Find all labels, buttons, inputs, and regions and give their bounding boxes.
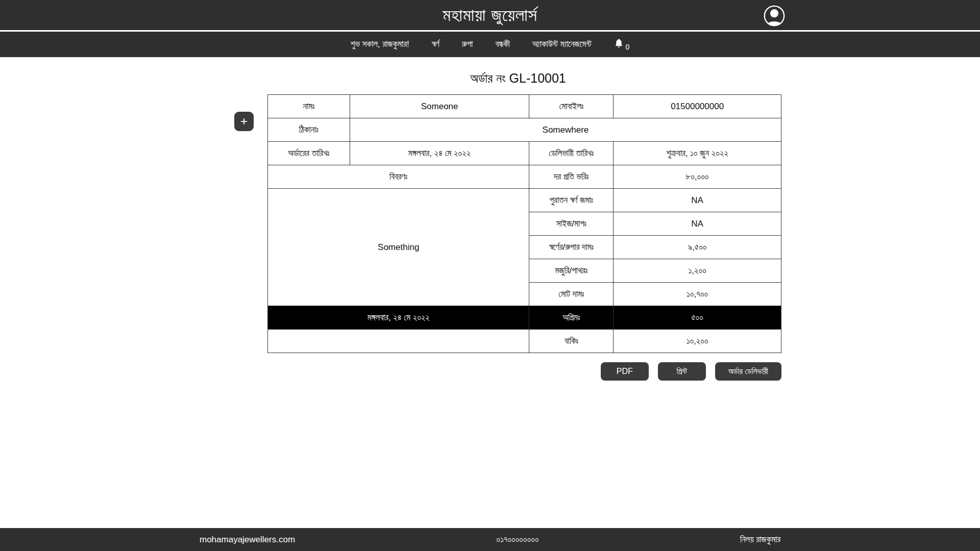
nav-item-gold[interactable]: স্বর্ণ xyxy=(432,39,439,49)
main-nav: শুভ সকাল, রাজকুমার! স্বর্ণ রুপা বন্ধকী অ… xyxy=(0,32,980,57)
order-details-table: নামঃ Someone মোবাইলঃ 01500000000 ঠিকানাঃ… xyxy=(267,94,781,353)
advance-label: অগ্রিমঃ xyxy=(529,306,614,330)
address-label: ঠিকানাঃ xyxy=(268,118,350,142)
table-row-dates: অর্ডারের তারিখঃ মঙ্গলবার, ২৪ মে ২০২২ ডেল… xyxy=(268,142,781,165)
user-avatar-icon xyxy=(763,21,786,29)
total-label: মোট দামঃ xyxy=(529,283,614,306)
metal-price-label: স্বর্ণের/রুপার দামঃ xyxy=(529,236,614,259)
metal-price-value: ৯,৫০০ xyxy=(614,236,781,259)
total-value: ১০,৭০০ xyxy=(614,283,781,306)
due-value: ১০,২০০ xyxy=(614,330,781,353)
old-gold-label: পুরাতন স্বর্ণ জমাঃ xyxy=(529,189,614,212)
greeting-text: শুভ সকাল, রাজকুমার! xyxy=(351,39,409,49)
rate-per-bhori-value: ৮০,০০০ xyxy=(614,165,781,189)
description-label: বিবরণঃ xyxy=(268,165,529,189)
table-row-description-rate: বিবরণঃ দর প্রতি ভরিঃ ৮০,০০০ xyxy=(268,165,781,189)
bell-icon xyxy=(614,38,624,51)
footer-owner: নিলয় রাজকুমার xyxy=(740,535,780,545)
order-delivery-button[interactable]: অর্ডার ডেলিভারী xyxy=(715,362,781,381)
action-buttons: PDF প্রিন্ট অর্ডার ডেলিভারী xyxy=(267,362,781,381)
notification-count: 0 xyxy=(625,43,629,51)
pdf-button[interactable]: PDF xyxy=(601,362,649,381)
name-value: Someone xyxy=(350,95,529,118)
old-gold-value: NA xyxy=(614,189,781,212)
labor-stone-value: ১,২০০ xyxy=(614,259,781,283)
order-content: + নামঃ Someone মোবাইলঃ 01500000000 ঠিকান… xyxy=(267,94,781,381)
mobile-value: 01500000000 xyxy=(614,95,781,118)
nav-item-silver[interactable]: রুপা xyxy=(462,39,473,49)
table-row-old-gold: Something পুরাতন স্বর্ণ জমাঃ NA xyxy=(268,189,781,212)
print-button[interactable]: প্রিন্ট xyxy=(658,362,706,381)
table-row-advance: মঙ্গলবার, ২৪ মে ২০২২ অগ্রিমঃ ৫০০ xyxy=(268,306,781,330)
footer-website: mohamayajewellers.com xyxy=(200,535,295,545)
advance-date-value: মঙ্গলবার, ২৪ মে ২০২২ xyxy=(268,306,529,330)
footer-phone: ০১৭০০০০০০০০ xyxy=(496,535,538,545)
table-row-due: বাকিঃ ১০,২০০ xyxy=(268,330,781,353)
order-date-label: অর্ডারের তারিখঃ xyxy=(268,142,350,165)
description-value: Something xyxy=(268,189,529,306)
table-row-address: ঠিকানাঃ Somewhere xyxy=(268,118,781,142)
due-label: বাকিঃ xyxy=(529,330,614,353)
delivery-date-value: শুক্রবার, ১০ জুন ২০২২ xyxy=(614,142,781,165)
size-label: সাইজ/মাপঃ xyxy=(529,212,614,236)
rate-per-bhori-label: দর প্রতি ভরিঃ xyxy=(529,165,614,189)
app-title: মহামায়া জুয়েলার্স xyxy=(443,5,537,26)
user-avatar-button[interactable] xyxy=(763,4,786,28)
app-footer: mohamayajewellers.com ০১৭০০০০০০০০ নিলয় … xyxy=(0,528,980,551)
nav-item-mortgage[interactable]: বন্ধকী xyxy=(495,39,509,49)
delivery-date-label: ডেলিভারী তারিখঃ xyxy=(529,142,614,165)
app-header: মহামায়া জুয়েলার্স xyxy=(0,0,980,32)
notification-bell-button[interactable]: 0 xyxy=(614,38,629,51)
name-label: নামঃ xyxy=(268,95,350,118)
labor-stone-label: মজুরি/পাথরঃ xyxy=(529,259,614,283)
add-order-button[interactable]: + xyxy=(234,112,254,131)
size-value: NA xyxy=(614,212,781,236)
table-row-name-mobile: নামঃ Someone মোবাইলঃ 01500000000 xyxy=(268,95,781,118)
advance-value: ৫০০ xyxy=(614,306,781,330)
order-date-value: মঙ্গলবার, ২৪ মে ২০২২ xyxy=(350,142,529,165)
order-page: অর্ডার নং GL-10001 + নামঃ Someone মোবাইল… xyxy=(0,57,980,528)
nav-item-account-management[interactable]: অ্যাকাউন্ট ম্যানেজমেন্ট xyxy=(532,39,592,49)
empty-cell xyxy=(268,330,529,353)
mobile-label: মোবাইলঃ xyxy=(529,95,614,118)
address-value: Somewhere xyxy=(350,118,781,142)
page-title: অর্ডার নং GL-10001 xyxy=(56,71,980,86)
